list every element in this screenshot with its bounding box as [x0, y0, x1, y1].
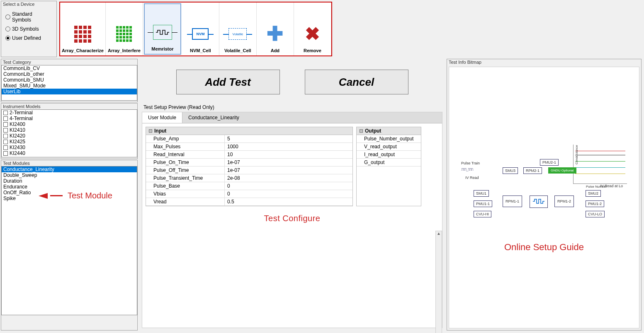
- chk-label: 2-Terminal: [10, 110, 33, 116]
- tool-array-characterize[interactable]: Array_Characterize: [60, 2, 106, 56]
- prop-key: Vbias: [146, 190, 225, 198]
- diagram-block: CVU-HI: [474, 211, 491, 217]
- table-row: Vbias0: [146, 190, 352, 198]
- checkbox-icon: [3, 111, 8, 115]
- collapse-icon[interactable]: ⊟: [359, 128, 363, 134]
- prop-val: 5: [225, 135, 328, 142]
- list-item[interactable]: CommonLib_CV: [2, 65, 137, 71]
- x-icon: ✖: [300, 22, 325, 46]
- prop-key: Pulse_On_Time: [146, 159, 225, 166]
- list-item[interactable]: Mixed_SMU_Mode: [2, 83, 137, 89]
- diagram-block-gndu: GNDU Optional: [548, 167, 576, 174]
- chk-label: KI2420: [10, 133, 25, 139]
- checkbox-item[interactable]: KI2440: [2, 150, 137, 156]
- prop-key: Vread: [146, 198, 225, 205]
- table-row: Pulse_Off_Time1e-07: [146, 166, 352, 174]
- checkbox-item[interactable]: KI2400: [2, 121, 137, 127]
- tool-array-interfere[interactable]: Array_Interfere: [106, 2, 143, 56]
- tool-add[interactable]: ✚ Add: [257, 2, 294, 56]
- radio-icon: [5, 14, 10, 19]
- chart-ylabel: Conductance: [575, 145, 578, 164]
- diagram-block: RPM1-1: [503, 195, 522, 207]
- tab-conductance-linearity[interactable]: Conductance_Linearity: [182, 112, 245, 123]
- list-item[interactable]: Duration: [2, 178, 137, 184]
- table-row: Max_Pulses1000: [146, 143, 352, 151]
- radio-label: Standard Symbols: [12, 11, 52, 23]
- list-item[interactable]: CommonLib_SMU: [2, 77, 137, 83]
- instrument-models-title: Instrument Models: [1, 104, 137, 109]
- checkbox-item[interactable]: 4-Terminal: [2, 116, 137, 121]
- chk-label: 4-Terminal: [10, 116, 33, 121]
- diagram-block: SMU1: [474, 190, 489, 197]
- add-test-button[interactable]: Add Test: [176, 70, 280, 94]
- test-modules-list[interactable]: Conductance_Linearity Double_Sweep Durat…: [1, 166, 137, 315]
- tool-memristor[interactable]: Memristor: [144, 3, 181, 55]
- device-select-panel: Select a Device Standard Symbols 3D Symb…: [1, 1, 57, 57]
- setup-diagram: Pulse Number Conductance Pulse Train ⎍⎍⎍…: [461, 142, 627, 229]
- radio-standard-symbols[interactable]: Standard Symbols: [5, 10, 52, 24]
- list-item[interactable]: UserLib: [2, 89, 137, 94]
- tool-volatile-cell[interactable]: Volatile Volatile_Cell: [219, 2, 257, 56]
- input-header: Input: [154, 128, 166, 134]
- prop-val: 10: [225, 151, 328, 158]
- diagram-block: PMU1-1: [474, 200, 492, 207]
- nvm-cell-icon: NVM: [188, 22, 213, 46]
- array-characterize-icon: [70, 22, 95, 46]
- test-info-bitmap-panel: Test Info Bitmap Pulse Number Conductanc…: [447, 59, 642, 331]
- cancel-button[interactable]: Cancel: [305, 70, 408, 94]
- scrollbar[interactable]: [435, 231, 442, 333]
- checkbox-item[interactable]: KI2430: [2, 145, 137, 150]
- checkbox-item[interactable]: 2-Terminal: [2, 110, 137, 116]
- tool-remove[interactable]: ✖ Remove: [294, 2, 331, 56]
- tab-user-module[interactable]: User Module: [142, 112, 182, 123]
- diagram-block: PMU1-2: [586, 200, 604, 207]
- output-table: ⊟Output Pulse_Number_outputV_read_output…: [356, 127, 421, 206]
- tool-label: Memristor: [151, 46, 173, 51]
- annotation-test-configure: Test Configure: [142, 214, 442, 223]
- test-category-list[interactable]: CommonLib_CV CommonLib_other CommonLib_S…: [1, 65, 137, 101]
- list-item[interactable]: CommonLib_other: [2, 71, 137, 77]
- plus-icon: ✚: [262, 22, 287, 46]
- checkbox-item[interactable]: KI2410: [2, 127, 137, 133]
- chk-label: KI2425: [10, 139, 25, 145]
- diagram-block: PMU2-1: [540, 159, 559, 166]
- test-category-panel: Test Category CommonLib_CV CommonLib_oth…: [1, 59, 138, 102]
- bitmap-area: Pulse Number Conductance Pulse Train ⎍⎍⎍…: [449, 67, 639, 328]
- preview-tab-bar: User Module Conductance_Linearity: [142, 112, 442, 123]
- test-category-title: Test Category: [1, 59, 137, 65]
- radio-icon: [5, 27, 10, 31]
- chk-label: KI2430: [10, 145, 25, 150]
- annotation-arrow: Test Module: [39, 191, 112, 200]
- preview-container: User Module Conductance_Linearity ⊟Input…: [142, 112, 442, 328]
- chk-label: KI2410: [10, 127, 25, 133]
- device-select-title: Select a Device: [1, 1, 56, 7]
- radio-3d-symbols[interactable]: 3D Symbols: [5, 24, 52, 34]
- prop-val: 0: [225, 182, 328, 190]
- diagram-block: RPM1-2: [554, 195, 574, 207]
- tool-nvm-cell[interactable]: NVM NVM_Cell: [182, 2, 219, 56]
- collapse-icon[interactable]: ⊟: [148, 128, 153, 134]
- radio-icon: [5, 36, 10, 41]
- prop-val: 1e-07: [225, 159, 328, 166]
- prop-val: 0: [225, 190, 328, 198]
- checkbox-item[interactable]: KI2420: [2, 133, 137, 139]
- prop-val: 1000: [225, 143, 328, 150]
- test-modules-title: Test Modules: [1, 160, 137, 166]
- radio-label: User Defined: [12, 35, 41, 41]
- tool-label: Volatile_Cell: [224, 48, 251, 53]
- instrument-models-list[interactable]: 2-Terminal 4-Terminal KI2400 KI2410 KI24…: [1, 109, 137, 157]
- prop-key: Max_Pulses: [146, 143, 225, 150]
- checkbox-icon: [3, 122, 8, 127]
- list-item[interactable]: Conductance_Linearity: [2, 166, 137, 172]
- pulse-wave-icon: ⎍⎍⎍_⎍⎍⎍: [461, 167, 473, 171]
- mini-chart: Pulse Number Conductance: [573, 145, 627, 184]
- table-row: Vread0.5: [146, 198, 352, 206]
- radio-user-defined[interactable]: User Defined: [5, 34, 52, 43]
- radio-label: 3D Symbols: [12, 26, 39, 32]
- table-row: Read_Interval10: [146, 151, 352, 159]
- list-item[interactable]: Endurance: [2, 184, 137, 190]
- list-item[interactable]: Double_Sweep: [2, 172, 137, 178]
- checkbox-item[interactable]: KI2425: [2, 139, 137, 145]
- input-table: ⊟Input Pulse_Amp5Max_Pulses1000Read_Inte…: [146, 127, 353, 206]
- memristor-icon: [150, 20, 175, 45]
